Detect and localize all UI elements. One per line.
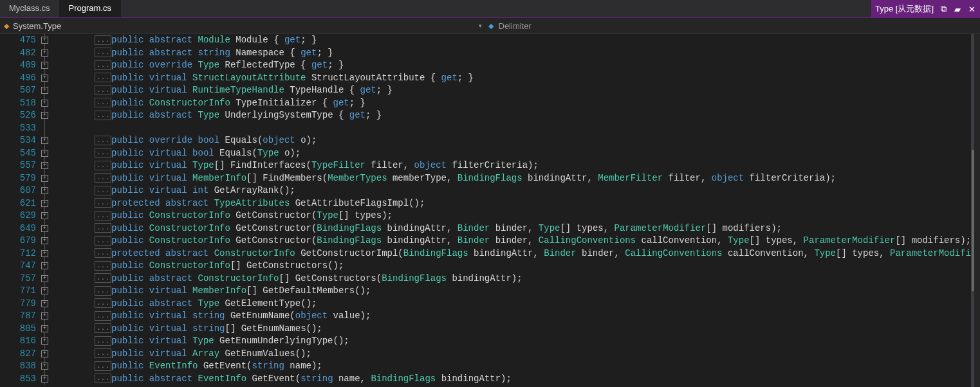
code-line[interactable]: ...public virtual Array GetEnumValues(); [51, 348, 980, 361]
code-line[interactable]: ...public abstract Type UnderlyingSystem… [51, 109, 980, 122]
code-line[interactable]: ...public virtual int GetArrayRank(); [51, 184, 980, 197]
fold-toggle[interactable]: + [41, 175, 48, 182]
line-number: 787 [0, 310, 36, 323]
field-icon: ◆ [488, 22, 494, 30]
nav-scope[interactable]: ◆ System.Type ▾ [0, 21, 488, 31]
line-number: 526 [0, 109, 36, 122]
fold-toggle[interactable]: + [41, 250, 48, 257]
tab-program-cs[interactable]: Program.cs [60, 0, 121, 17]
fold-toggle[interactable]: + [41, 312, 48, 320]
code-line[interactable]: ...public abstract string Namespace { ge… [51, 47, 980, 60]
fold-toggle[interactable]: + [41, 150, 48, 157]
collapsed-region[interactable]: ... [95, 48, 111, 57]
collapsed-region[interactable]: ... [95, 60, 111, 70]
close-icon[interactable]: ✕ [967, 4, 976, 14]
code-line[interactable]: ...public virtual Type GetEnumUnderlying… [51, 335, 980, 348]
code-line[interactable]: ...public virtual MemberInfo[] GetDefaul… [51, 285, 980, 298]
fold-toggle[interactable]: + [41, 225, 48, 232]
collapsed-region[interactable]: ... [95, 261, 111, 271]
fold-toggle[interactable]: + [41, 237, 48, 244]
code-line[interactable]: ...public override Type ReflectedType { … [51, 59, 980, 72]
code-line[interactable]: ...public abstract ConstructorInfo[] Get… [51, 273, 980, 285]
collapsed-region[interactable]: ... [95, 273, 111, 283]
code-line[interactable]: ...public virtual string[] GetEnumNames(… [51, 323, 980, 336]
editor-area[interactable]: 4754824894965075185265335345455575796076… [0, 34, 980, 387]
collapsed-region[interactable]: ... [95, 336, 111, 346]
collapsed-region[interactable]: ... [95, 223, 111, 233]
collapsed-region[interactable]: ... [95, 148, 111, 158]
fold-toggle[interactable]: + [41, 162, 48, 169]
fold-toggle[interactable]: + [41, 37, 48, 44]
copy-icon[interactable]: ⧉ [939, 4, 948, 14]
collapsed-region[interactable]: ... [95, 111, 111, 120]
fold-toggle[interactable]: + [41, 375, 48, 382]
code-line[interactable]: ...public virtual RuntimeTypeHandle Type… [51, 84, 980, 97]
code-line[interactable]: ...protected abstract TypeAttributes Get… [51, 197, 980, 210]
fold-toggle[interactable]: + [41, 62, 48, 69]
collapsed-region[interactable]: ... [95, 236, 111, 246]
fold-toggle[interactable]: + [41, 100, 48, 107]
collapsed-region[interactable]: ... [95, 374, 111, 383]
fold-toggle[interactable]: + [41, 275, 48, 282]
collapsed-region[interactable]: ... [95, 248, 111, 258]
collapsed-region[interactable]: ... [95, 286, 111, 296]
line-number: 805 [0, 323, 36, 336]
code-line[interactable]: ...protected abstract ConstructorInfo Ge… [51, 248, 980, 260]
tab-myclass-cs[interactable]: Myclass.cs [0, 0, 60, 17]
code-content[interactable]: ...public abstract Module Module { get; … [51, 34, 980, 387]
fold-toggle[interactable]: + [41, 50, 48, 57]
line-number: 747 [0, 260, 36, 273]
collapsed-region[interactable]: ... [95, 86, 111, 95]
collapsed-region[interactable]: ... [95, 136, 111, 145]
fold-toggle[interactable]: + [41, 187, 48, 194]
code-line[interactable]: ...public ConstructorInfo GetConstructor… [51, 235, 980, 248]
collapsed-region[interactable]: ... [95, 198, 111, 208]
collapsed-region[interactable]: ... [95, 348, 111, 358]
code-line[interactable]: ...public abstract Module Module { get; … [51, 34, 980, 47]
fold-toggle[interactable]: + [41, 325, 48, 332]
collapsed-region[interactable]: ... [95, 361, 111, 371]
fold-toggle[interactable]: + [41, 262, 48, 269]
fold-toggle[interactable]: + [41, 350, 48, 357]
code-line[interactable]: ...public abstract Type GetElementType()… [51, 298, 980, 310]
fold-toggle[interactable]: + [41, 75, 48, 82]
collapsed-region[interactable]: ... [95, 298, 111, 308]
fold-toggle[interactable]: + [41, 212, 48, 219]
collapsed-region[interactable]: ... [95, 323, 111, 333]
code-line[interactable]: ...public virtual bool Equals(Type o); [51, 147, 980, 160]
fold-toggle[interactable]: + [41, 87, 48, 94]
collapsed-region[interactable]: ... [95, 311, 111, 321]
code-line[interactable]: ...public ConstructorInfo TypeInitialize… [51, 97, 980, 110]
nav-member[interactable]: ◆ Delimiter [488, 21, 981, 31]
code-line[interactable]: ...public EventInfo GetEvent(string name… [51, 360, 980, 373]
collapsed-region[interactable]: ... [95, 186, 111, 195]
line-number: 579 [0, 172, 36, 185]
fold-toggle[interactable]: + [41, 338, 48, 345]
fold-toggle[interactable]: + [41, 287, 48, 294]
line-number: 621 [0, 197, 36, 210]
code-line[interactable]: ...public ConstructorInfo GetConstructor… [51, 222, 980, 235]
code-line[interactable] [51, 122, 980, 135]
code-line[interactable]: ...public ConstructorInfo GetConstructor… [51, 210, 980, 222]
collapsed-region[interactable]: ... [95, 211, 111, 221]
pin-icon[interactable]: ▰ [953, 4, 962, 14]
collapsed-region[interactable]: ... [95, 73, 111, 82]
code-line[interactable]: ...public virtual Type[] FindInterfaces(… [51, 159, 980, 172]
tab-bar: Myclass.csProgram.cs Type [从元数据] ⧉ ▰ ✕ [0, 0, 980, 18]
code-line[interactable]: ...public ConstructorInfo[] GetConstruct… [51, 260, 980, 273]
code-line[interactable]: ...public virtual MemberInfo[] FindMembe… [51, 172, 980, 185]
code-line[interactable]: ...public virtual string GetEnumName(obj… [51, 310, 980, 323]
collapsed-region[interactable]: ... [95, 35, 111, 45]
fold-toggle[interactable]: + [41, 137, 48, 144]
collapsed-region[interactable]: ... [95, 98, 111, 107]
fold-toggle[interactable]: + [41, 300, 48, 307]
nav-member-label: Delimiter [499, 21, 532, 31]
fold-toggle[interactable]: + [41, 112, 48, 119]
code-line[interactable]: ...public override bool Equals(object o)… [51, 134, 980, 147]
fold-toggle[interactable]: + [41, 200, 48, 207]
collapsed-region[interactable]: ... [95, 173, 111, 183]
collapsed-region[interactable]: ... [95, 161, 111, 170]
code-line[interactable]: ...public abstract EventInfo GetEvent(st… [51, 373, 980, 386]
code-line[interactable]: ...public virtual StructLayoutAttribute … [51, 72, 980, 85]
fold-toggle[interactable]: + [41, 363, 48, 370]
